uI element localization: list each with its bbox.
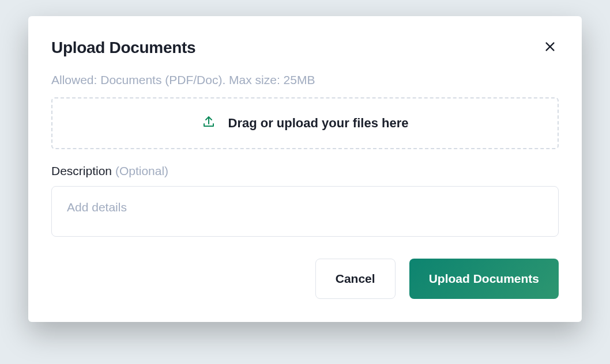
close-icon (544, 40, 556, 55)
modal-title: Upload Documents (51, 39, 195, 57)
description-label: Description (Optional) (51, 164, 559, 178)
description-input[interactable] (51, 186, 559, 237)
upload-icon (202, 115, 216, 131)
modal-header: Upload Documents (51, 38, 559, 57)
description-label-text: Description (51, 164, 112, 177)
description-optional-text: (Optional) (115, 164, 168, 177)
upload-documents-button[interactable]: Upload Documents (409, 259, 559, 299)
upload-documents-modal: Upload Documents Allowed: Documents (PDF… (28, 16, 582, 322)
cancel-button[interactable]: Cancel (315, 259, 396, 299)
modal-footer: Cancel Upload Documents (51, 259, 559, 299)
dropzone-label: Drag or upload your files here (228, 116, 409, 131)
allowed-file-info: Allowed: Documents (PDF/Doc). Max size: … (51, 73, 559, 87)
file-dropzone[interactable]: Drag or upload your files here (51, 97, 559, 149)
close-button[interactable] (541, 38, 559, 57)
